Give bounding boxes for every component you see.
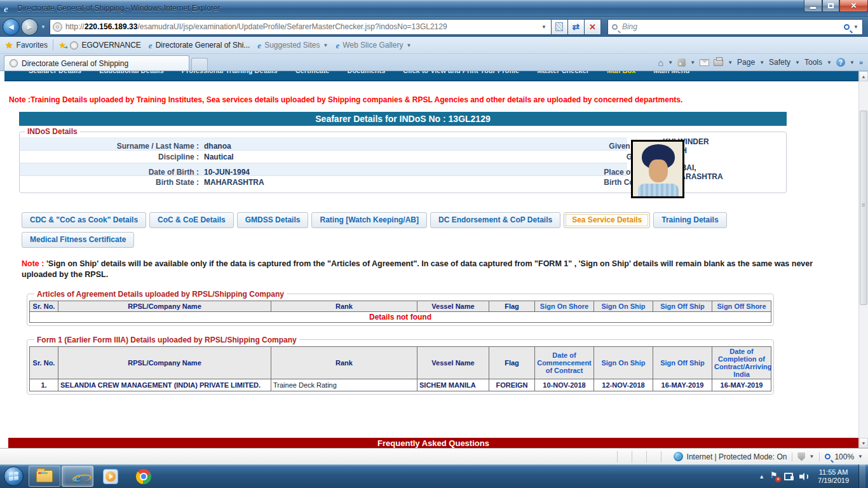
nav-master-checker[interactable]: Master Checker — [537, 71, 589, 74]
chevron-down-icon: ▼ — [809, 454, 814, 459]
divider — [53, 39, 53, 51]
search-dropdown-icon[interactable]: ▼ — [853, 24, 858, 30]
search-input[interactable]: Bing ▼ — [607, 19, 863, 35]
protected-mode-text: Internet | Protected Mode: On — [687, 452, 787, 461]
inprivate-segment[interactable]: ▼ — [792, 452, 819, 461]
nav-documents[interactable]: Documents — [347, 71, 385, 74]
indos-details-section: INDoS Details Surname / Last Name : dhan… — [19, 127, 787, 193]
shield-icon — [797, 452, 805, 461]
favorite-item-suggested-sites[interactable]: e Suggested Sites ▼ — [254, 39, 332, 51]
refresh-button[interactable]: ⇄ — [568, 19, 585, 35]
new-tab-button[interactable] — [191, 58, 208, 71]
compatibility-view-button[interactable] — [552, 19, 568, 35]
history-dropdown-icon[interactable]: ▼ — [41, 24, 46, 30]
articles-empty-row: Details not found — [30, 311, 771, 322]
nav-seafarer-details[interactable]: Seafarer Details — [29, 71, 81, 74]
tab-dc-endorsement-cop[interactable]: DC Endorsement & CoP Details — [430, 212, 560, 228]
page-menu[interactable]: Page — [737, 58, 755, 67]
home-dropdown-icon[interactable]: ▼ — [668, 60, 673, 65]
nav-main-menu[interactable]: Main Menu — [653, 71, 689, 74]
explorer-folder-icon — [36, 470, 53, 482]
favorite-item-web-slice-gallery[interactable]: e Web Slice Gallery ▼ — [332, 39, 415, 51]
stop-button[interactable]: ✕ — [585, 19, 601, 35]
page-scrollbar[interactable]: ▲ ▼ — [858, 71, 868, 448]
chrome-icon — [136, 469, 151, 484]
close-button[interactable]: ✕ — [839, 0, 868, 12]
network-icon[interactable] — [784, 473, 794, 480]
tab-medical-fitness[interactable]: Medical Fitness Certificate — [22, 232, 134, 248]
show-desktop-button[interactable] — [858, 464, 865, 488]
compatibility-icon — [555, 22, 563, 31]
home-icon[interactable]: ⌂ — [658, 57, 663, 68]
taskbar-wmp-button[interactable] — [95, 466, 126, 487]
divider — [661, 451, 661, 463]
taskbar-clock[interactable]: 11:55 AM 7/19/2019 — [814, 468, 853, 485]
minimize-button[interactable] — [804, 0, 822, 12]
scroll-down-icon[interactable]: ▼ — [859, 438, 868, 448]
address-dropdown-icon[interactable]: ▼ — [539, 24, 548, 30]
zoom-control[interactable]: 100% ▼ — [819, 452, 868, 461]
read-mail-icon[interactable] — [700, 59, 709, 66]
tab-bar: Directorate General of Shipping ⌂▼ ▼ ▼ P… — [0, 54, 868, 71]
photo-face — [649, 159, 668, 182]
form1-header-row: Sr. No. RPSL/Company Name Rank Vessel Na… — [30, 346, 771, 379]
ie-logo-icon: e — [4, 3, 14, 13]
help-icon[interactable]: ? — [836, 58, 845, 67]
details-not-found-text: Details not found — [30, 311, 771, 322]
search-go-icon[interactable] — [844, 24, 850, 30]
tools-menu-dropdown-icon[interactable]: ▼ — [827, 60, 832, 65]
tab-gmdss[interactable]: GMDSS Details — [237, 212, 309, 228]
feeds-dropdown-icon[interactable]: ▼ — [690, 60, 695, 65]
hidden-icons-button[interactable]: ▲ — [759, 473, 764, 480]
tab-training-details[interactable]: Training Details — [653, 212, 726, 228]
taskbar-chrome-button[interactable] — [128, 466, 159, 487]
print-icon[interactable] — [714, 59, 723, 66]
nav-mail-box[interactable]: Mail Box — [607, 71, 635, 74]
detail-tabs: CDC & "CoC as Cook" Details CoC & CoE De… — [22, 212, 733, 248]
safety-menu[interactable]: Safety — [769, 58, 790, 67]
tab-sea-service-details[interactable]: Sea Service Details — [564, 212, 650, 228]
nav-professional-training[interactable]: Professional Training Details — [182, 71, 278, 74]
add-favorite-icon[interactable]: ★ — [58, 40, 67, 50]
help-dropdown-icon[interactable]: ▼ — [850, 60, 855, 65]
sign-on-ship-note: Note : 'Sign on Ship' details will be av… — [22, 259, 843, 280]
browser-tab[interactable]: Directorate General of Shipping — [4, 55, 189, 71]
tab-coc-coe[interactable]: CoC & CoE Details — [149, 212, 234, 228]
maximize-button[interactable] — [822, 0, 839, 12]
back-button[interactable]: ◄ — [3, 18, 20, 36]
internet-zone-icon — [674, 452, 683, 461]
action-center-flag-icon[interactable] — [770, 471, 778, 481]
nav-certificate[interactable]: Certificate — [295, 71, 330, 74]
taskbar-explorer-button[interactable] — [29, 466, 60, 487]
tab-cdc-coc-cook[interactable]: CDC & "CoC as Cook" Details — [22, 212, 146, 228]
forward-arrow-icon: ► — [25, 22, 34, 32]
start-button[interactable] — [4, 466, 24, 486]
tools-menu[interactable]: Tools — [804, 58, 822, 67]
tab-title: Directorate General of Shipping — [22, 59, 128, 68]
divider — [646, 451, 647, 463]
safety-menu-dropdown-icon[interactable]: ▼ — [795, 60, 800, 65]
page-menu-dropdown-icon[interactable]: ▼ — [759, 60, 764, 65]
favorites-button[interactable]: Favorites — [17, 41, 48, 50]
address-bar[interactable]: http://220.156.189.33/esamudraUI/jsp/exa… — [50, 19, 552, 35]
maximize-icon — [828, 3, 834, 8]
indos-row: Discipline : Nautical Gender : Male — [20, 150, 627, 163]
indos-row: Date of Birth : 10-JUN-1994 Place of Bir… — [20, 163, 627, 175]
faq-footer[interactable]: Frequently Asked Questions — [8, 438, 858, 448]
overflow-chevron-icon[interactable]: » — [859, 58, 863, 66]
articles-table: Sr. No. RPSL/Company Name Rank Vessel Na… — [29, 301, 771, 323]
nav-educational-details[interactable]: Educational Details — [99, 71, 163, 74]
nav-view-print-profile[interactable]: Click to View and Print Your Profile — [403, 71, 519, 74]
scrollbar-thumb[interactable] — [860, 111, 867, 305]
clock-date: 7/19/2019 — [818, 477, 849, 485]
volume-button[interactable] — [799, 473, 808, 480]
taskbar-ie-button[interactable]: e — [62, 466, 93, 487]
feeds-icon[interactable] — [677, 58, 686, 67]
tab-rating-watch-keeping[interactable]: Rating [Watch Keeping/AB] — [311, 212, 427, 228]
forward-button[interactable]: ► — [21, 18, 38, 36]
indos-details-grid: Surname / Last Name : dhanoa Given Name … — [20, 137, 627, 188]
favorite-item-dgshipping[interactable]: e Directorate General of Shi... — [145, 39, 254, 51]
scroll-up-icon[interactable]: ▲ — [859, 71, 868, 81]
print-dropdown-icon[interactable]: ▼ — [728, 60, 733, 65]
favorite-item-egovernance[interactable]: EGOVERNANCE — [66, 39, 144, 51]
